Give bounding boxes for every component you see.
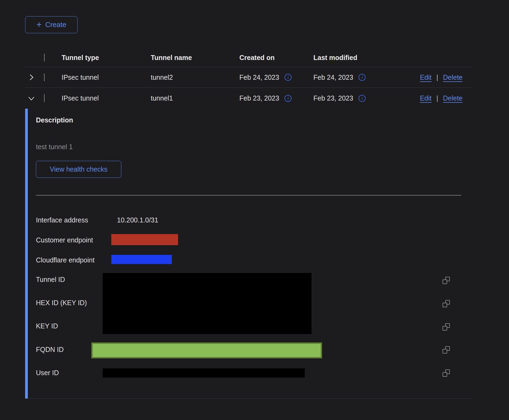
ids-redacted-block xyxy=(103,273,312,334)
created-on-cell: Feb 24, 2023 xyxy=(239,74,279,81)
info-icon[interactable]: i xyxy=(359,95,366,102)
tunnel-detail-panel: Description test tunnel 1 View health ch… xyxy=(25,109,471,399)
copy-icon-front-square xyxy=(443,349,447,354)
table-header-row: Tunnel type Tunnel name Created on Last … xyxy=(25,49,471,67)
copy-icon[interactable] xyxy=(443,277,450,284)
info-icon[interactable]: i xyxy=(284,74,292,81)
cloudflare-endpoint-redacted-value xyxy=(111,255,172,264)
tunnels-table: Tunnel type Tunnel name Created on Last … xyxy=(25,49,471,109)
last-modified-cell: Feb 24, 2023 xyxy=(313,74,353,81)
copy-icon-front-square xyxy=(443,326,447,331)
edit-link[interactable]: Edit xyxy=(420,74,431,81)
copy-icon-front-square xyxy=(443,303,447,307)
copy-icon-front-square xyxy=(443,372,447,377)
expand-row-button[interactable] xyxy=(25,74,44,81)
customer-endpoint-label: Customer endpoint xyxy=(36,236,93,244)
table-row: IPsec tunnel tunnel2 Feb 24, 2023 i Feb … xyxy=(25,67,471,88)
customer-endpoint-redacted-value xyxy=(111,234,178,245)
key-id-label: KEY ID xyxy=(36,322,58,330)
header-created-on: Created on xyxy=(239,54,313,62)
fqdn-id-label: FQDN ID xyxy=(36,346,64,354)
user-id-redacted-value xyxy=(103,368,305,378)
chevron-down-icon xyxy=(28,95,35,102)
header-tunnel-name: Tunnel name xyxy=(151,54,239,62)
interface-address-label: Interface address xyxy=(36,216,88,224)
row-checkbox[interactable] xyxy=(44,94,45,102)
tunnel-name-cell: tunnel2 xyxy=(151,74,239,81)
tunnel-type-cell: IPsec tunnel xyxy=(62,94,151,102)
tunnels-page: + Create Tunnel type Tunnel name Created… xyxy=(0,0,509,420)
action-separator: | xyxy=(436,94,438,102)
tunnel-name-cell: tunnel1 xyxy=(151,94,239,102)
row-checkbox[interactable] xyxy=(44,73,45,81)
table-row: IPsec tunnel tunnel1 Feb 23, 2023 i Feb … xyxy=(25,88,471,109)
section-divider xyxy=(36,195,461,195)
description-heading: Description xyxy=(36,116,73,124)
interface-address-value: 10.200.1.0/31 xyxy=(117,216,158,224)
chevron-right-icon xyxy=(28,74,35,81)
description-value: test tunnel 1 xyxy=(36,143,73,151)
delete-link[interactable]: Delete xyxy=(443,74,463,81)
user-id-label: User ID xyxy=(36,369,59,377)
created-on-cell: Feb 23, 2023 xyxy=(239,94,279,102)
copy-icon[interactable] xyxy=(443,369,450,377)
copy-icon[interactable] xyxy=(443,346,450,354)
tunnel-type-cell: IPsec tunnel xyxy=(62,74,151,81)
cloudflare-endpoint-label: Cloudflare endpoint xyxy=(36,256,95,264)
delete-link[interactable]: Delete xyxy=(443,94,463,102)
edit-link[interactable]: Edit xyxy=(420,94,431,102)
copy-icon[interactable] xyxy=(443,323,450,331)
view-health-checks-button[interactable]: View health checks xyxy=(36,161,121,178)
copy-icon[interactable] xyxy=(443,300,450,307)
create-button[interactable]: + Create xyxy=(25,16,78,33)
fqdn-id-redacted-value xyxy=(91,342,322,358)
copy-icon-front-square xyxy=(443,279,447,284)
create-button-label: Create xyxy=(45,21,66,29)
plus-icon: + xyxy=(36,20,42,29)
info-icon[interactable]: i xyxy=(284,95,292,102)
hex-id-label: HEX ID (KEY ID) xyxy=(36,299,87,307)
header-tunnel-type: Tunnel type xyxy=(62,54,151,62)
action-separator: | xyxy=(436,74,438,81)
last-modified-cell: Feb 23, 2023 xyxy=(313,94,353,102)
header-last-modified: Last modified xyxy=(313,54,394,62)
select-all-checkbox[interactable] xyxy=(44,54,45,62)
tunnel-id-label: Tunnel ID xyxy=(36,276,65,284)
collapse-row-button[interactable] xyxy=(25,95,44,102)
info-icon[interactable]: i xyxy=(359,74,366,81)
